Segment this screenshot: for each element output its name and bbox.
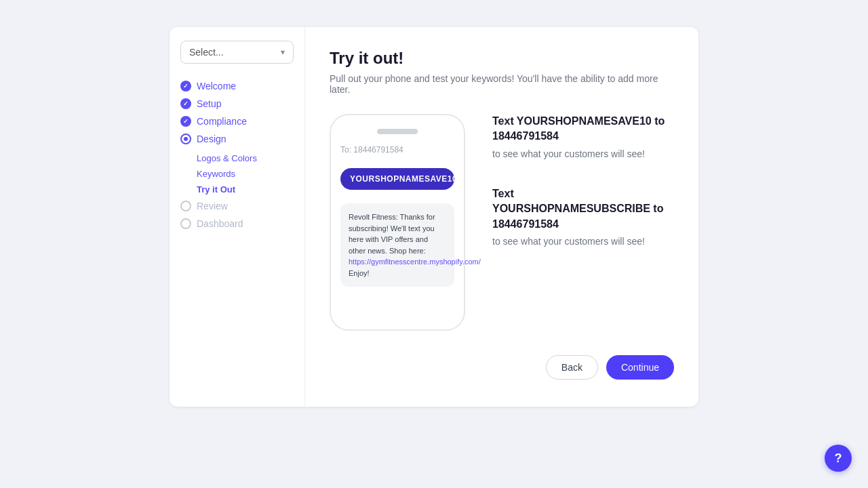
page-subtitle: Pull out your phone and test your keywor… bbox=[330, 73, 674, 95]
outer-container: Select... ▾ Welcome Setup Compliance bbox=[14, 14, 854, 488]
question-mark-icon: ? bbox=[835, 451, 842, 466]
sidebar-item-compliance[interactable]: Compliance bbox=[180, 113, 294, 130]
dot-gray-review bbox=[180, 201, 191, 211]
check-icon-compliance bbox=[180, 116, 191, 127]
instruction-sub-2: to see what your customers will see! bbox=[492, 236, 674, 247]
sidebar-label-review: Review bbox=[197, 201, 228, 211]
main-content: Try it out! Pull out your phone and test… bbox=[305, 27, 698, 407]
chevron-down-icon: ▾ bbox=[281, 47, 285, 57]
phone-number-display: 18446791584 bbox=[353, 145, 403, 155]
check-icon-setup bbox=[180, 98, 191, 109]
sidebar-item-dashboard: Dashboard bbox=[180, 215, 294, 232]
to-label: To: bbox=[340, 145, 351, 155]
dot-icon-design bbox=[180, 134, 191, 144]
main-card: Select... ▾ Welcome Setup Compliance bbox=[170, 27, 698, 407]
instruction-title-1: Text YOURSHOPNAMESAVE10 to 18446791584 bbox=[492, 114, 674, 144]
message-bubble: Revolt Fitness: Thanks for subscribing! … bbox=[340, 203, 454, 287]
sidebar-item-setup[interactable]: Setup bbox=[180, 95, 294, 113]
phone-notch bbox=[377, 129, 418, 134]
nav-list: Welcome Setup Compliance Design Logos & … bbox=[180, 77, 294, 232]
continue-button[interactable]: Continue bbox=[606, 355, 674, 380]
sidebar-label-dashboard: Dashboard bbox=[197, 218, 243, 229]
phone-to-field: To: 18446791584 bbox=[340, 145, 454, 155]
footer-buttons: Back Continue bbox=[330, 355, 674, 380]
sidebar-label-welcome: Welcome bbox=[197, 81, 236, 92]
back-button[interactable]: Back bbox=[546, 355, 598, 380]
page-title: Try it out! bbox=[330, 49, 674, 68]
check-icon-welcome bbox=[180, 81, 191, 92]
sidebar-label-design: Design bbox=[197, 134, 226, 144]
sidebar: Select... ▾ Welcome Setup Compliance bbox=[170, 27, 305, 407]
demo-area: To: 18446791584 YOURSHOPNAMESAVE10 Revol… bbox=[330, 114, 674, 331]
sidebar-item-logos-colors[interactable]: Logos & Colors bbox=[197, 150, 294, 166]
help-button[interactable]: ? bbox=[825, 445, 852, 472]
phone-mockup: To: 18446791584 YOURSHOPNAMESAVE10 Revol… bbox=[330, 114, 465, 331]
instruction-title-2: Text YOURSHOPNAMESUBSCRIBE to 1844679158… bbox=[492, 186, 674, 232]
instruction-block-2: Text YOURSHOPNAMESUBSCRIBE to 1844679158… bbox=[492, 186, 674, 247]
sidebar-item-design[interactable]: Design bbox=[180, 130, 294, 148]
instruction-sub-1: to see what your customers will see! bbox=[492, 148, 674, 159]
select-placeholder: Select... bbox=[189, 47, 224, 58]
sidebar-item-keywords[interactable]: Keywords bbox=[197, 166, 294, 182]
sidebar-item-try-it-out[interactable]: Try it Out bbox=[197, 182, 294, 197]
instruction-block-1: Text YOURSHOPNAMESAVE10 to 18446791584 t… bbox=[492, 114, 674, 159]
sidebar-label-compliance: Compliance bbox=[197, 116, 247, 127]
instructions-panel: Text YOURSHOPNAMESAVE10 to 18446791584 t… bbox=[492, 114, 674, 274]
message-link[interactable]: https://gymfitnesscentre.myshopify.com/ bbox=[349, 258, 481, 266]
sidebar-label-setup: Setup bbox=[197, 98, 222, 109]
select-dropdown[interactable]: Select... ▾ bbox=[180, 41, 294, 64]
sub-nav: Logos & Colors Keywords Try it Out bbox=[180, 150, 294, 197]
keyword-button[interactable]: YOURSHOPNAMESAVE10 bbox=[340, 168, 454, 190]
sidebar-item-review: Review bbox=[180, 197, 294, 215]
sidebar-item-welcome[interactable]: Welcome bbox=[180, 77, 294, 95]
dot-gray-dashboard bbox=[180, 218, 191, 229]
